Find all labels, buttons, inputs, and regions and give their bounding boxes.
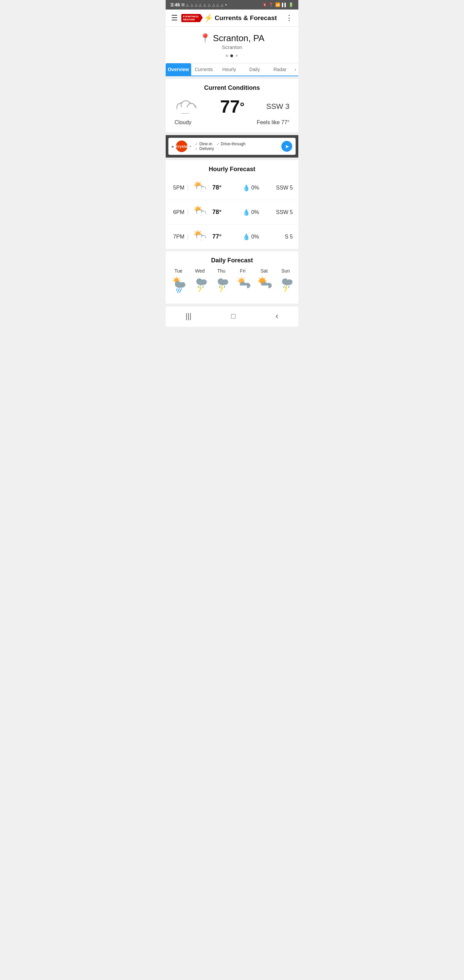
daily-icon-sun: [278, 276, 293, 297]
mute-icon: 🔇: [262, 2, 267, 7]
daily-day-wed: Wed: [195, 268, 205, 274]
hour-time-6pm: 6PM: [171, 209, 188, 215]
status-right: 🔇 📍 📶 ▌▌ 🔋: [262, 2, 294, 7]
hour-wind-7pm: S 5: [272, 234, 293, 240]
svg-line-13: [195, 182, 195, 183]
daily-day-fri: Fri: [240, 268, 245, 274]
hourly-row-6pm: 6PM 78° 💧 0% SSW 5: [166, 200, 298, 224]
hourly-forecast-section: Hourly Forecast 5PM 78° 💧 0%: [166, 160, 298, 249]
app-header: ☰ EYEWITNESSWEATHER ⚡ Currents & Forecas…: [166, 10, 298, 27]
temperature-value: 77: [220, 97, 240, 116]
more-options-button[interactable]: ⋮: [285, 14, 293, 22]
tab-daily[interactable]: Daily: [242, 63, 267, 76]
svg-rect-31: [197, 213, 205, 215]
current-conditions-title: Current Conditions: [171, 84, 293, 92]
back-button[interactable]: ‹: [275, 311, 279, 321]
current-conditions-section: Current Conditions 77° SSW 3 Cloudy Feel…: [166, 79, 298, 132]
svg-line-48: [173, 278, 174, 279]
svg-line-54: [176, 288, 177, 291]
cloud-weather-icon: [175, 98, 198, 115]
hour-temp-5pm: 78°: [212, 184, 243, 191]
svg-line-83: [259, 278, 260, 279]
hour-icon-5pm: [192, 180, 207, 195]
drop-icon-6pm: 💧: [243, 208, 250, 216]
svg-line-50: [179, 278, 180, 279]
location-section: 📍 Scranton, PA Scranton +: [166, 27, 298, 63]
daily-forecast-grid: Tue: [166, 268, 298, 304]
daily-day-tue: Tue: [175, 268, 183, 274]
daily-icon-sat: [257, 276, 272, 294]
svg-line-72: [238, 278, 239, 279]
ad-close-icon[interactable]: ✕: [189, 145, 192, 148]
svg-line-56: [181, 288, 181, 291]
ad-play-icon: ▶: [172, 145, 175, 148]
svg-line-15: [200, 182, 201, 183]
degree-symbol: °: [240, 100, 245, 113]
ad-item-2: ✓ Delivery: [195, 146, 278, 151]
system-nav-bar: ||| □ ‹: [166, 306, 298, 327]
hour-icon-6pm: [192, 205, 207, 220]
svg-line-62: [198, 286, 199, 288]
svg-point-92: [286, 279, 292, 285]
location-icon: 📍: [269, 2, 274, 7]
svg-line-58: [180, 291, 180, 293]
svg-point-66: [222, 279, 228, 285]
navigation-tabs: Overview Currents Hourly Daily Radar ›: [166, 63, 298, 76]
location-pin-icon: 📍: [200, 33, 211, 43]
tab-radar[interactable]: Radar: [267, 63, 293, 76]
menu-button[interactable]: ☰: [171, 14, 178, 22]
tabs-scroll-right[interactable]: ›: [292, 63, 298, 76]
city-name: Scranton, PA: [213, 33, 264, 43]
daily-icon-fri: [235, 276, 250, 294]
svg-rect-77: [238, 285, 247, 288]
add-location-button[interactable]: +: [235, 53, 238, 59]
svg-rect-42: [197, 237, 205, 240]
status-left: 3:46 ⊞ △ △ △ △ △ △ △ △ △ •: [170, 2, 227, 8]
page-dot-1: [226, 54, 228, 57]
svg-point-53: [179, 282, 185, 288]
tab-currents[interactable]: Currents: [191, 63, 217, 76]
svg-rect-19: [197, 189, 205, 191]
ad-cta-button[interactable]: ➤: [281, 141, 292, 152]
page-dot-2: [230, 54, 233, 57]
hour-precip-7pm: 💧 0%: [243, 233, 273, 240]
hourly-forecast-title: Hourly Forecast: [166, 166, 298, 173]
daily-icon-thu: [214, 276, 229, 297]
status-grid-icon: ⊞: [181, 2, 185, 7]
svg-line-85: [264, 278, 265, 279]
svg-line-55: [179, 288, 179, 291]
ad-details: ✓ Dine-in ✓ Drive-through ✓ Delivery: [195, 142, 278, 151]
hour-icon-7pm: [192, 229, 207, 244]
wifi-icon: 📶: [275, 2, 280, 7]
daily-col-sat: Sat: [256, 268, 273, 297]
hour-wind-6pm: SSW 5: [272, 209, 293, 215]
svg-line-73: [244, 278, 245, 279]
svg-line-68: [224, 286, 225, 288]
home-button[interactable]: □: [231, 312, 236, 321]
hour-time-5pm: 5PM: [171, 185, 188, 191]
conditions-row: Cloudy Feels like 77°: [171, 117, 293, 127]
page-indicators: +: [171, 53, 293, 59]
condition-text: Cloudy: [175, 119, 192, 126]
drop-icon-5pm: 💧: [243, 184, 250, 192]
ad-content[interactable]: ▶ Krystal ✕ ✓ Dine-in ✓ Drive-through ✓ …: [168, 138, 296, 155]
hourly-row-5pm: 5PM 78° 💧 0% SSW 5: [166, 176, 298, 200]
tab-overview[interactable]: Overview: [166, 63, 191, 76]
daily-col-thu: Thu: [213, 268, 230, 297]
daily-col-sun: Sun: [277, 268, 295, 297]
daily-col-wed: Wed: [191, 268, 209, 297]
hour-precip-5pm: 💧 0%: [243, 184, 273, 192]
daily-day-sun: Sun: [281, 268, 290, 274]
svg-line-63: [203, 286, 203, 288]
recent-apps-button[interactable]: |||: [185, 312, 191, 321]
svg-point-61: [201, 279, 207, 285]
svg-line-37: [195, 231, 195, 232]
tab-hourly[interactable]: Hourly: [216, 63, 242, 76]
ad-item-1: ✓ Dine-in ✓ Drive-through: [195, 142, 278, 146]
daily-day-sat: Sat: [261, 268, 268, 274]
daily-col-fri: Fri: [234, 268, 252, 297]
advertisement-banner: ▶ Krystal ✕ ✓ Dine-in ✓ Drive-through ✓ …: [166, 135, 298, 158]
svg-line-25: [195, 207, 195, 208]
conditions-display: 77° SSW 3: [171, 96, 293, 117]
temperature-display: 77°: [220, 96, 244, 117]
